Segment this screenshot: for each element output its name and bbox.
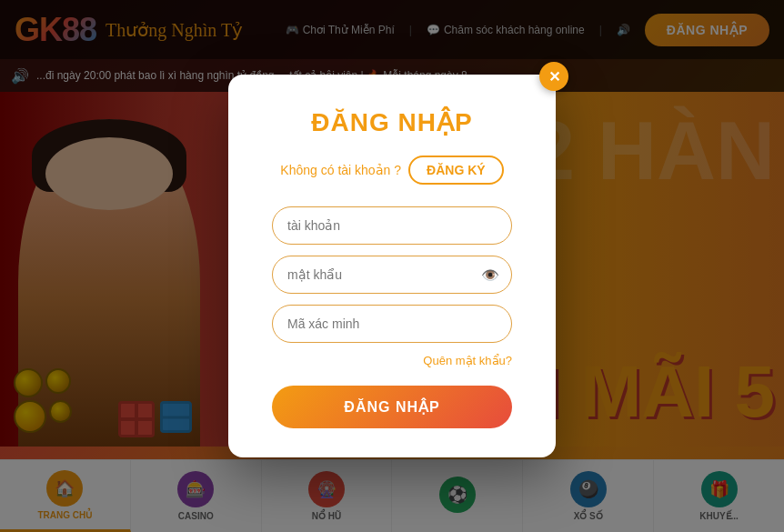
- register-button[interactable]: ĐĂNG KÝ: [408, 156, 504, 185]
- password-input[interactable]: [272, 256, 512, 294]
- login-modal: ✕ ĐĂNG NHẬP Không có tài khoản ? ĐĂNG KÝ…: [228, 75, 556, 457]
- password-wrapper: 👁️: [272, 256, 512, 294]
- username-wrapper: [272, 206, 512, 245]
- modal-title: ĐĂNG NHẬP: [272, 107, 512, 137]
- register-prompt: Không có tài khoản ?: [280, 163, 401, 177]
- login-submit-button[interactable]: ĐĂNG NHẬP: [272, 386, 512, 428]
- register-row: Không có tài khoản ? ĐĂNG KÝ: [272, 156, 512, 185]
- password-toggle-icon[interactable]: 👁️: [481, 266, 499, 284]
- captcha-input[interactable]: [272, 305, 512, 343]
- modal-close-button[interactable]: ✕: [539, 62, 568, 91]
- modal-overlay[interactable]: ✕ ĐĂNG NHẬP Không có tài khoản ? ĐĂNG KÝ…: [0, 0, 784, 532]
- captcha-wrapper: [272, 305, 512, 343]
- input-group: 👁️: [272, 206, 512, 343]
- forgot-password-link[interactable]: Quên mật khẩu?: [272, 354, 512, 367]
- username-input[interactable]: [272, 206, 512, 245]
